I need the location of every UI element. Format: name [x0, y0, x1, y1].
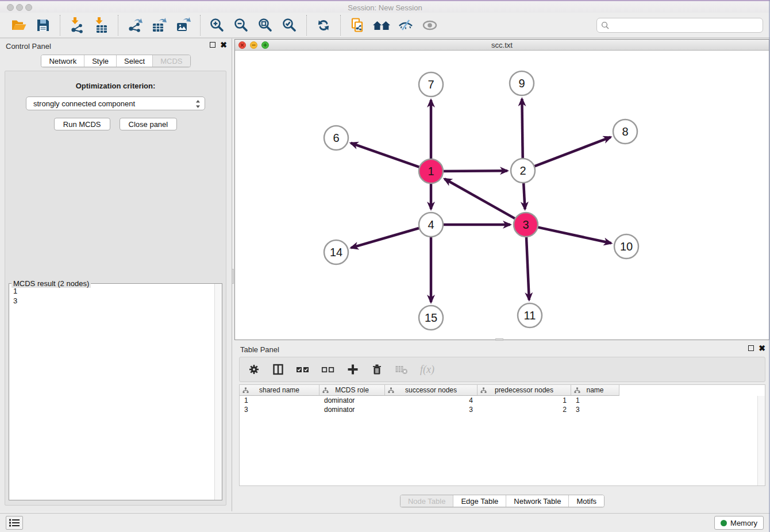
table-cell[interactable]: 1: [478, 396, 571, 405]
run-mcds-button[interactable]: Run MCDS: [54, 118, 110, 130]
tab-style[interactable]: Style: [84, 55, 116, 67]
table-panel-close-button[interactable]: ✖: [759, 345, 765, 351]
zoom-in-icon[interactable]: [207, 16, 227, 35]
graph-node-11[interactable]: 11: [518, 303, 542, 327]
open-file-icon[interactable]: [9, 16, 29, 35]
search-input[interactable]: [612, 20, 759, 30]
svg-text:1: 1: [428, 165, 434, 178]
graph-node-7[interactable]: 7: [419, 72, 443, 97]
control-panel-float-button[interactable]: [210, 42, 215, 48]
tab-network[interactable]: Network: [41, 55, 84, 67]
table-cell[interactable]: 3: [571, 405, 619, 414]
graph-node-4[interactable]: 4: [419, 213, 443, 237]
hide-selected-icon[interactable]: [396, 16, 415, 35]
column-header-name[interactable]: name: [571, 385, 619, 396]
show-columns-icon[interactable]: [272, 363, 284, 376]
deselect-all-columns-icon[interactable]: [321, 363, 335, 376]
tab-node-table[interactable]: Node Table: [401, 495, 453, 507]
task-history-button[interactable]: [6, 516, 23, 530]
graph-edge-3-10[interactable]: [535, 226, 611, 243]
table-row[interactable]: 3dominator323: [240, 405, 765, 414]
table-scrollbar[interactable]: [757, 396, 765, 485]
graph-edge-1-6[interactable]: [351, 143, 422, 168]
export-network-icon[interactable]: [125, 16, 145, 35]
graph-edge-1-2[interactable]: [440, 171, 507, 171]
table-cell[interactable]: 3: [240, 405, 319, 414]
zoom-out-icon[interactable]: [232, 16, 251, 35]
memory-button[interactable]: Memory: [714, 516, 764, 530]
app-title: Session: New Session: [0, 3, 770, 12]
mcds-result-scrollbar[interactable]: [214, 284, 222, 500]
refresh-layout-icon[interactable]: [314, 16, 333, 35]
criterion-select[interactable]: strongly connected component: [26, 97, 205, 110]
tab-edge-table[interactable]: Edge Table: [453, 495, 506, 507]
table-cell[interactable]: dominator: [319, 405, 385, 414]
export-image-icon[interactable]: [174, 16, 193, 35]
add-column-icon[interactable]: [346, 363, 359, 376]
horizontal-splitter-handle[interactable]: [495, 338, 503, 341]
export-table-icon[interactable]: [149, 16, 169, 35]
graph-node-9[interactable]: 9: [510, 71, 534, 95]
graph-node-15[interactable]: 15: [419, 306, 443, 330]
table-cell[interactable]: 1: [571, 396, 619, 405]
svg-text:14: 14: [330, 246, 342, 259]
graph-edge-2-8[interactable]: [532, 137, 611, 168]
table-cell[interactable]: 4: [385, 396, 478, 405]
graph-node-3[interactable]: 3: [514, 213, 538, 237]
svg-text:7: 7: [428, 78, 434, 91]
graph-node-8[interactable]: 8: [613, 119, 637, 144]
import-table-icon[interactable]: [91, 16, 111, 35]
graph-edge-2-9[interactable]: [522, 99, 522, 161]
table-cell[interactable]: 3: [385, 405, 478, 414]
select-all-columns-icon[interactable]: [296, 363, 310, 376]
table-settings-gear-icon[interactable]: [248, 363, 260, 376]
graph-node-10[interactable]: 10: [614, 234, 638, 259]
graph-edge-4-14[interactable]: [351, 227, 422, 248]
search-field[interactable]: [596, 18, 763, 33]
save-session-icon[interactable]: [33, 16, 53, 35]
table-cell[interactable]: 1: [240, 396, 319, 405]
svg-text:11: 11: [524, 309, 536, 322]
table-body: 1dominator4113dominator323: [240, 396, 765, 414]
table-row[interactable]: 1dominator411: [240, 396, 765, 405]
graph-node-6[interactable]: 6: [324, 126, 348, 150]
zoom-fit-icon[interactable]: [256, 16, 275, 35]
tab-select[interactable]: Select: [116, 55, 152, 67]
table-tabs: Node TableEdge TableNetwork TableMotifs: [400, 495, 605, 507]
table-panel-float-button[interactable]: [748, 345, 754, 351]
graph-edge-3-11[interactable]: [526, 234, 529, 300]
tab-mcds[interactable]: MCDS: [152, 55, 190, 67]
first-neighbors-icon[interactable]: [372, 16, 391, 35]
graph-node-2[interactable]: 2: [511, 159, 535, 183]
toolbar-separator: [60, 15, 60, 36]
zoom-selected-icon[interactable]: [280, 16, 299, 35]
mcds-result-text[interactable]: 13: [9, 285, 214, 500]
tab-network-table[interactable]: Network Table: [506, 495, 568, 507]
graph-edge-2-3[interactable]: [523, 180, 525, 209]
svg-text:15: 15: [425, 311, 437, 324]
graph-node-14[interactable]: 14: [324, 240, 348, 264]
table-cell[interactable]: dominator: [319, 396, 385, 405]
graph-node-1[interactable]: 1: [419, 159, 443, 183]
close-panel-button[interactable]: Close panel: [120, 118, 178, 130]
network-canvas[interactable]: 7968124314101511: [235, 51, 769, 340]
table-toolbar: f(x): [239, 357, 765, 382]
duplicate-network-icon[interactable]: [348, 16, 367, 35]
control-panel-close-button[interactable]: ✖: [220, 42, 227, 48]
column-header-MCDS-role[interactable]: MCDS role: [319, 385, 385, 396]
main-toolbar: [0, 13, 770, 38]
table-cell[interactable]: 2: [478, 405, 571, 414]
vertical-splitter-handle[interactable]: [232, 269, 234, 284]
delete-column-icon[interactable]: [371, 363, 383, 376]
import-network-icon[interactable]: [67, 16, 87, 35]
graph-edge-3-1[interactable]: [445, 179, 518, 220]
table-header-row: shared nameMCDS rolesuccessor nodesprede…: [240, 385, 765, 396]
show-all-icon[interactable]: [420, 16, 440, 35]
network-window-titlebar[interactable]: scc.txt: [235, 40, 769, 51]
tab-motifs[interactable]: Motifs: [568, 495, 604, 507]
svg-text:8: 8: [622, 125, 628, 138]
column-header-successor-nodes[interactable]: successor nodes: [385, 385, 478, 396]
svg-text:3: 3: [522, 218, 529, 231]
column-header-shared-name[interactable]: shared name: [240, 385, 319, 396]
column-header-predecessor-nodes[interactable]: predecessor nodes: [478, 385, 571, 396]
